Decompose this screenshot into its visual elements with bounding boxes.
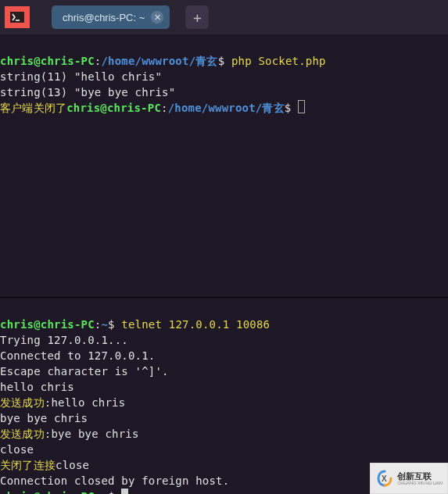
prompt-path: ~ bbox=[101, 318, 108, 331]
svg-text:X: X bbox=[382, 474, 387, 483]
command-text: php Socket.php bbox=[231, 55, 326, 67]
prompt-path: ~ bbox=[101, 490, 108, 494]
plus-icon: + bbox=[193, 9, 202, 26]
prompt-path: /home/wwwroot/青玄 bbox=[101, 55, 217, 67]
output-line: :hello chris bbox=[45, 396, 126, 409]
output-line: Connection closed by foreign host. bbox=[0, 474, 229, 487]
output-line: 关闭了连接 bbox=[0, 459, 56, 471]
output-line: Escape character is '^]'. bbox=[0, 365, 169, 378]
prompt-user: chris@chris-PC bbox=[0, 490, 95, 494]
watermark-text-en: CHUANG XIN HU LIAN bbox=[397, 481, 443, 485]
output-line: 发送成功 bbox=[0, 396, 45, 409]
output-line: :bye bye chris bbox=[45, 428, 139, 440]
terminal-pane-top[interactable]: chris@chris-PC:/home/wwwroot/青玄$ php Soc… bbox=[0, 34, 448, 297]
output-line: string(11) "hello chris" bbox=[0, 70, 162, 83]
output-line: hello chris bbox=[0, 381, 74, 393]
prompt-user: chris@chris-PC bbox=[66, 102, 161, 114]
output-line: Connected to 127.0.0.1. bbox=[0, 349, 155, 362]
watermark-logo-icon: X bbox=[375, 469, 394, 488]
prompt-user: chris@chris-PC bbox=[0, 55, 95, 67]
prompt-path: /home/wwwroot/青玄 bbox=[168, 102, 285, 114]
output-line: 发送成功 bbox=[0, 428, 45, 440]
command-text: telnet 127.0.0.1 10086 bbox=[121, 318, 270, 331]
prompt-dollar: $ bbox=[218, 55, 231, 67]
prompt-colon: : bbox=[161, 102, 168, 114]
cursor-icon bbox=[121, 489, 128, 494]
output-line: bye bye chris bbox=[0, 412, 88, 424]
tab-close-icon[interactable]: ✕ bbox=[151, 11, 163, 23]
prompt-user: chris@chris-PC bbox=[0, 318, 95, 331]
tab-title: chris@chris-PC: ~ bbox=[63, 12, 145, 23]
prompt-dollar: $ bbox=[108, 490, 121, 494]
terminal-tab[interactable]: chris@chris-PC: ~ ✕ bbox=[52, 5, 170, 29]
prompt-dollar: $ bbox=[285, 102, 298, 114]
prompt-dollar: $ bbox=[108, 318, 121, 331]
output-line: Trying 127.0.0.1... bbox=[0, 334, 128, 346]
output-line: 客户端关闭了 bbox=[0, 102, 66, 114]
prompt-icon bbox=[10, 12, 24, 23]
add-tab-button[interactable]: + bbox=[185, 5, 209, 29]
output-line: string(13) "bye bye chris" bbox=[0, 86, 175, 98]
svg-rect-0 bbox=[10, 12, 24, 23]
titlebar: chris@chris-PC: ~ ✕ + bbox=[0, 0, 448, 34]
terminal-app-icon[interactable] bbox=[5, 6, 30, 28]
watermark: X 创新互联 CHUANG XIN HU LIAN bbox=[370, 463, 448, 494]
cursor-icon bbox=[298, 100, 305, 113]
watermark-text-cn: 创新互联 bbox=[397, 472, 443, 481]
output-line: close bbox=[0, 443, 34, 456]
output-line: close bbox=[56, 459, 89, 471]
